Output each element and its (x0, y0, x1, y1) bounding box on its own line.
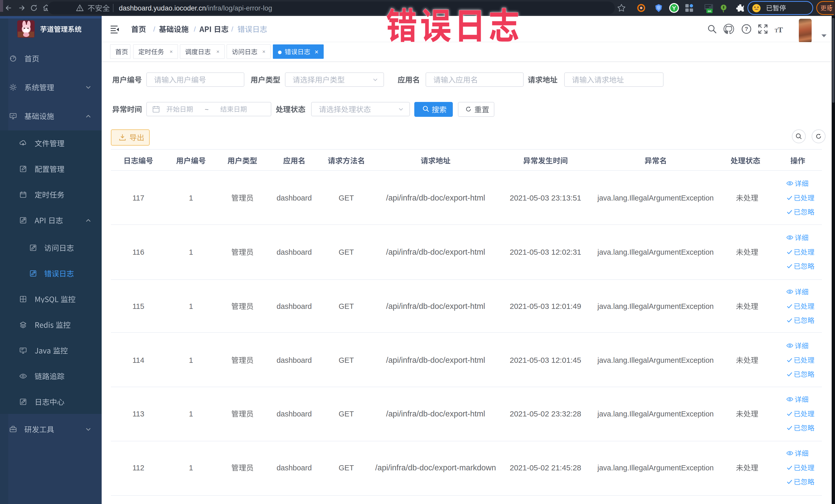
svg-text:T: T (778, 25, 783, 34)
svg-text:T: T (775, 28, 778, 33)
svg-text:?: ? (745, 26, 748, 32)
svg-text:on: on (708, 9, 711, 13)
